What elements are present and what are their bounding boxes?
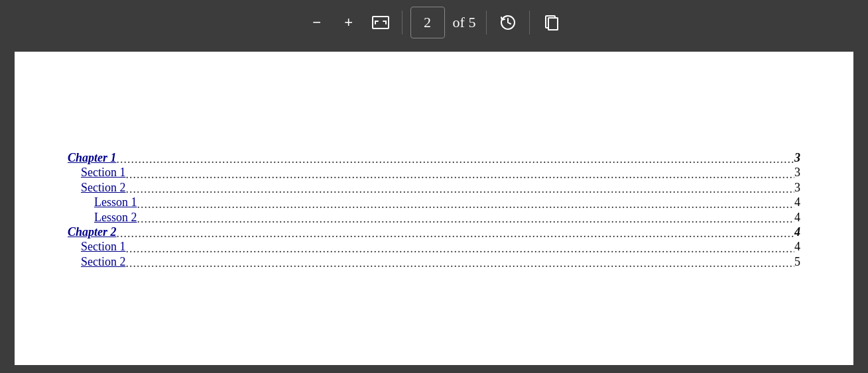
fit-page-button[interactable] [367, 9, 394, 36]
toc-page-number: 4 [794, 211, 800, 225]
toc-page-number: 4 [794, 240, 800, 254]
divider-2 [486, 11, 487, 34]
zoom-out-button[interactable]: − [304, 9, 330, 36]
toc-page-number: 5 [794, 255, 800, 269]
toolbar: − + of 5 [0, 0, 868, 45]
toc-page-number: 3 [794, 166, 800, 180]
toc-dots [137, 212, 795, 227]
toc-dots [126, 182, 795, 197]
toc-dots [137, 197, 795, 212]
toc-link-chapter-2[interactable]: Chapter 2 [68, 225, 117, 239]
toc-row: Chapter 13 [68, 151, 800, 166]
table-of-contents: Chapter 13Section 13Section 23Lesson 14L… [68, 85, 800, 270]
toc-row: Lesson 24 [68, 211, 800, 225]
toc-row: Section 13 [68, 166, 800, 180]
document-area: Chapter 13Section 13Section 23Lesson 14L… [0, 45, 868, 373]
toc-dots [117, 227, 794, 241]
divider-3 [529, 11, 530, 34]
fit-page-icon [371, 13, 390, 32]
page-of-label: of 5 [453, 14, 476, 31]
toc-page-number: 3 [794, 181, 800, 195]
divider-1 [402, 11, 403, 34]
svg-rect-3 [548, 18, 558, 30]
history-button[interactable] [495, 9, 521, 36]
toc-dots [126, 242, 795, 256]
toc-dots [126, 168, 795, 182]
toc-dots [126, 256, 795, 271]
zoom-in-button[interactable]: + [336, 9, 362, 36]
toc-page-number: 3 [794, 151, 800, 165]
pages-button[interactable] [538, 9, 564, 36]
pages-icon [542, 13, 560, 32]
toc-row: Lesson 14 [68, 195, 800, 210]
document-page: Chapter 13Section 13Section 23Lesson 14L… [15, 52, 853, 365]
history-icon [499, 13, 517, 32]
toc-link-section-1[interactable]: Section 1 [81, 166, 126, 180]
toc-link-lesson-1[interactable]: Lesson 1 [94, 195, 137, 209]
toc-row: Section 14 [68, 240, 800, 254]
toc-row: Chapter 24 [68, 225, 800, 240]
toc-row: Section 25 [68, 255, 800, 270]
toc-link-section-2[interactable]: Section 2 [81, 255, 126, 269]
toc-link-section-1[interactable]: Section 1 [81, 240, 126, 254]
toc-link-section-2[interactable]: Section 2 [81, 181, 126, 195]
toc-dots [117, 152, 794, 167]
toc-page-number: 4 [794, 225, 800, 239]
toc-link-lesson-2[interactable]: Lesson 2 [94, 211, 137, 225]
toc-page-number: 4 [794, 195, 800, 209]
toc-row: Section 23 [68, 181, 800, 195]
page-number-input[interactable] [410, 7, 445, 38]
toc-link-chapter-1[interactable]: Chapter 1 [68, 151, 117, 165]
